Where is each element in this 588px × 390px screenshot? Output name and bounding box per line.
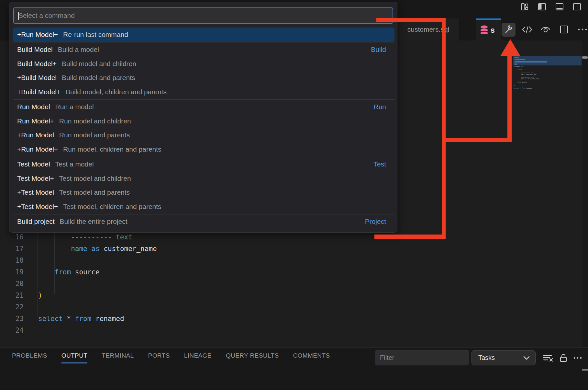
palette-separator (13, 157, 394, 157)
code-line[interactable]: 18 (0, 255, 453, 266)
minimap[interactable]: renamed as ( select ────────── ids id as… (513, 40, 582, 347)
palette-item-label: +Test Model+ (17, 203, 58, 211)
minimap-selected-line (515, 59, 525, 60)
palette-item[interactable]: Test ModelTest a modelTest (13, 157, 394, 172)
palette-item[interactable]: +Run Model+Run model, children and paren… (13, 142, 394, 156)
code-token: source (521, 81, 527, 83)
panel-tab-lineage[interactable]: LINEAGE (184, 352, 212, 363)
palette-item-description: Re-run last command (63, 31, 128, 39)
code-token: ) (38, 292, 42, 299)
line-number: 16 (0, 231, 24, 243)
palette-item-description: Run model, children and parents (63, 145, 161, 153)
line-number: 24 (0, 325, 24, 336)
palette-item-description: Test model and parents (59, 189, 130, 196)
editor-scrollbar-thumb[interactable] (582, 56, 588, 59)
toggle-secondary-sidebar-icon[interactable] (572, 2, 582, 11)
customize-layout-icon[interactable] (520, 2, 529, 11)
palette-item-label: Run Model (17, 103, 50, 111)
code-token: id (514, 74, 524, 75)
annotation-segment (376, 18, 446, 22)
panel-tab-problems[interactable]: PROBLEMS (12, 352, 47, 363)
command-input-box[interactable] (13, 7, 393, 24)
panel-tab-query-results[interactable]: QUERY RESULTS (226, 352, 279, 363)
preview-eye-icon[interactable] (538, 23, 552, 37)
palette-item-description: Build model and parents (62, 74, 135, 82)
palette-item[interactable]: Build ModelBuild a modelBuild (13, 43, 394, 57)
panel-tab-ports[interactable]: PORTS (148, 352, 170, 363)
code-line[interactable]: 24 (0, 325, 453, 336)
toggle-panel-icon[interactable] (555, 2, 564, 11)
panel-tab-comments[interactable]: COMMENTS (293, 352, 330, 363)
toggle-primary-sidebar-icon[interactable] (538, 2, 547, 11)
palette-item[interactable]: Build projectBuild the entire projectPro… (13, 215, 394, 229)
palette-separator (13, 214, 394, 214)
palette-item-label: +Build Model (17, 74, 57, 82)
filter-box[interactable] (375, 350, 469, 365)
panel-tab-output[interactable]: OUTPUT (61, 352, 88, 363)
wrench-icon[interactable] (502, 23, 516, 37)
panel-tab-terminal[interactable]: TERMINAL (102, 352, 134, 363)
line-number: 19 (0, 266, 24, 278)
line-number: 23 (0, 313, 24, 325)
code-line[interactable]: 20 (0, 278, 453, 290)
palette-item[interactable]: +Build Model+Build model, children and p… (13, 85, 394, 99)
palette-item[interactable]: Clean projectRun `dbt clean` (13, 229, 394, 233)
tab-compiled-sql[interactable]: s (476, 18, 501, 40)
split-editor-icon[interactable] (557, 23, 571, 37)
clear-output-icon[interactable] (543, 354, 554, 362)
code-token: renamed (91, 315, 124, 323)
palette-item[interactable]: Run ModelRun a modelRun (13, 100, 394, 114)
lock-icon[interactable] (558, 354, 569, 362)
palette-item[interactable]: Build Model+Build model and children (13, 57, 394, 71)
code-line[interactable]: 22 (0, 301, 453, 313)
code-line[interactable]: 21) (0, 290, 453, 301)
palette-item-label: Test Model+ (17, 175, 54, 182)
palette-item[interactable]: +Test ModelTest model and parents (13, 186, 394, 200)
tasks-dropdown[interactable]: Tasks (472, 350, 536, 365)
annotation-segment (442, 18, 446, 239)
more-actions-icon[interactable] (575, 23, 588, 37)
more-icon[interactable] (572, 354, 583, 362)
editor-actions (502, 18, 588, 40)
filter-input[interactable] (375, 350, 469, 365)
palette-item[interactable]: +Test Model+Test model, children and par… (13, 200, 394, 214)
code-icon[interactable] (520, 23, 534, 37)
palette-item-category: Run (373, 103, 386, 111)
command-input[interactable] (14, 8, 393, 23)
annotation-segment (374, 235, 446, 239)
code-token: customer_name (100, 245, 157, 253)
palette-item-label: +Run Model (17, 131, 54, 139)
palette-item[interactable]: Test Model+Test model and children (13, 171, 394, 186)
palette-item[interactable]: Run Model+Run model and children (13, 114, 394, 128)
code-token: from (522, 87, 525, 89)
code-line[interactable]: 23select * from renamed (0, 313, 453, 325)
annotation-segment (507, 54, 512, 142)
palette-item[interactable]: +Run Model+Re-run last command (13, 28, 394, 42)
tab-label: s (491, 26, 495, 35)
palette-item-label: Test Model (17, 160, 50, 168)
palette-item-description: Run `dbt clean` (62, 232, 109, 233)
code-token: from (55, 268, 71, 276)
palette-item-category: Build (371, 46, 386, 53)
annotation-arrowhead (500, 39, 520, 56)
code-token: as (91, 245, 99, 253)
palette-item[interactable]: +Build ModelBuild model and parents (13, 71, 394, 85)
palette-item-label: +Run Model+ (17, 145, 58, 153)
scrollbar-gutter (582, 40, 588, 347)
line-number: 22 (0, 301, 24, 313)
palette-item[interactable]: +Run ModelRun model and parents (13, 128, 394, 143)
code-token: ---------- text (71, 233, 132, 241)
code-token (38, 233, 71, 241)
palette-item-label: +Run Model+ (17, 31, 58, 39)
code-token: select (514, 87, 519, 89)
palette-item-label: Build Model (17, 46, 53, 53)
code-lines[interactable]: 16 ---------- text17 name as customer_na… (0, 231, 453, 336)
code-token: name (71, 245, 87, 253)
panel-scrollbar-thumb[interactable] (582, 369, 588, 371)
palette-item-description: Build model, children and parents (66, 88, 167, 96)
palette-item-description: Test model and children (59, 175, 131, 182)
code-line[interactable]: 17 name as customer_name (0, 243, 453, 255)
palette-list: +Run Model+Re-run last commandBuild Mode… (13, 28, 394, 233)
code-line[interactable]: 19 from source (0, 266, 453, 278)
tab-customers-sql[interactable]: customers.sql (397, 18, 460, 40)
